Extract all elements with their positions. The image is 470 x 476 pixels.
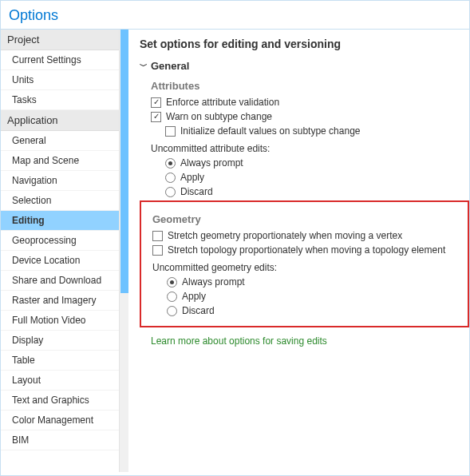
sidebar-item-raster-and-imagery[interactable]: Raster and Imagery [1, 291, 119, 311]
sidebar-item-text-and-graphics[interactable]: Text and Graphics [1, 391, 119, 411]
sidebar-item-table[interactable]: Table [1, 351, 119, 371]
attr-apply-radio[interactable] [165, 173, 176, 183]
sidebar-item-bim[interactable]: BIM [1, 430, 119, 450]
learn-more-link[interactable]: Learn more about options for saving edit… [151, 335, 327, 347]
sidebar-item-current-settings[interactable]: Current Settings [1, 50, 119, 70]
attr-always-radio[interactable] [165, 158, 176, 169]
enforce-row[interactable]: ✓ Enforce attribute validation [151, 97, 469, 108]
geom-apply-row[interactable]: Apply [167, 291, 468, 302]
warn-row[interactable]: ✓ Warn on subtype change [151, 111, 469, 122]
attr-discard-row[interactable]: Discard [165, 186, 469, 197]
sidebar-item-selection[interactable]: Selection [1, 191, 119, 211]
attr-always-row[interactable]: Always prompt [165, 157, 469, 169]
geometry-label: Geometry [152, 213, 468, 225]
main-heading: Set options for editing and versioning [140, 38, 469, 50]
geom-discard-row[interactable]: Discard [167, 305, 468, 316]
sidebar-item-navigation[interactable]: Navigation [1, 171, 119, 191]
stretch-geom-label: Stretch geometry proportionately when mo… [168, 230, 402, 241]
sidebar-item-general[interactable]: General [1, 131, 119, 151]
enforce-checkbox[interactable]: ✓ [151, 97, 161, 108]
uncommitted-attr-label: Uncommitted attribute edits: [151, 143, 469, 154]
stretch-topo-label: Stretch topology proportionately when mo… [168, 244, 445, 256]
geom-always-label: Always prompt [182, 276, 245, 288]
stretch-topo-checkbox[interactable] [152, 245, 163, 256]
sidebar-item-color-management[interactable]: Color Management [1, 411, 119, 430]
enforce-label: Enforce attribute validation [166, 97, 279, 108]
attr-apply-label: Apply [180, 172, 204, 183]
geometry-highlight: Geometry Stretch geometry proportionatel… [140, 200, 469, 327]
attr-discard-label: Discard [180, 186, 213, 197]
uncommitted-geom-label: Uncommitted geometry edits: [152, 262, 468, 273]
sidebar-list: Project Current Settings Units Tasks App… [1, 30, 119, 472]
sidebar-item-device-location[interactable]: Device Location [1, 251, 119, 271]
sidebar-item-map-and-scene[interactable]: Map and Scene [1, 151, 119, 171]
sidebar-item-share-and-download[interactable]: Share and Download [1, 271, 119, 291]
sidebar-item-tasks[interactable]: Tasks [1, 90, 119, 110]
sidebar-item-full-motion-video[interactable]: Full Motion Video [1, 311, 119, 331]
radio-dot-icon [168, 161, 172, 165]
warn-checkbox[interactable]: ✓ [151, 112, 161, 122]
main-panel: Set options for editing and versioning ﹀… [128, 30, 469, 472]
sidebar-item-layout[interactable]: Layout [1, 371, 119, 391]
stretch-geom-checkbox[interactable] [152, 231, 163, 241]
scrollbar-thumb[interactable] [120, 30, 128, 293]
sidebar-item-editing[interactable]: Editing [1, 211, 119, 231]
general-label: General [151, 60, 189, 72]
initialize-row[interactable]: Initialize default values on subtype cha… [165, 125, 469, 137]
stretch-topo-row[interactable]: Stretch topology proportionately when mo… [152, 244, 468, 256]
attr-always-label: Always prompt [180, 157, 243, 169]
initialize-label: Initialize default values on subtype cha… [180, 125, 361, 137]
sidebar-scrollbar[interactable] [119, 30, 128, 472]
geom-discard-radio[interactable] [167, 306, 177, 316]
geom-apply-radio[interactable] [167, 292, 177, 302]
sidebar-group-application[interactable]: Application [1, 110, 119, 131]
geom-always-radio[interactable] [167, 277, 177, 288]
attr-apply-row[interactable]: Apply [165, 172, 469, 183]
sidebar-item-units[interactable]: Units [1, 70, 119, 90]
initialize-checkbox[interactable] [165, 126, 176, 137]
attributes-label: Attributes [151, 80, 469, 92]
radio-dot-icon [170, 280, 174, 284]
geom-apply-label: Apply [182, 291, 206, 302]
geom-discard-label: Discard [182, 305, 215, 316]
geom-always-row[interactable]: Always prompt [167, 276, 468, 288]
sidebar-item-geoprocessing[interactable]: Geoprocessing [1, 231, 119, 251]
dialog-title: Options [1, 1, 469, 30]
check-icon: ✓ [153, 98, 160, 106]
sidebar-group-project[interactable]: Project [1, 30, 119, 50]
options-dialog: Options Project Current Settings Units T… [0, 0, 470, 476]
warn-label: Warn on subtype change [166, 111, 272, 122]
sidebar-item-display[interactable]: Display [1, 331, 119, 351]
check-icon: ✓ [153, 113, 160, 121]
attr-discard-radio[interactable] [165, 187, 176, 197]
general-section-header[interactable]: ﹀ General [140, 60, 469, 72]
sidebar: Project Current Settings Units Tasks App… [1, 30, 128, 472]
stretch-geom-row[interactable]: Stretch geometry proportionately when mo… [152, 230, 468, 241]
dialog-body: Project Current Settings Units Tasks App… [1, 30, 469, 472]
chevron-down-icon: ﹀ [140, 61, 148, 72]
